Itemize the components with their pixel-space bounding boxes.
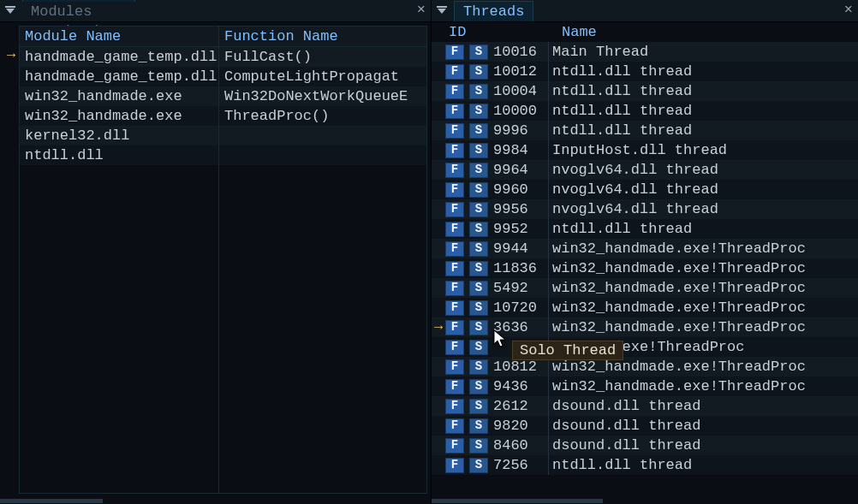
freeze-thread-button[interactable]: F	[445, 222, 464, 237]
stack-row-module[interactable]: handmade_game_temp.dll	[20, 67, 218, 86]
column-divider	[548, 278, 549, 298]
thread-row[interactable]: FSandmade.exe!ThreadProc	[432, 337, 858, 357]
solo-thread-button[interactable]: S	[469, 458, 488, 473]
thread-row[interactable]: FS9820dsound.dll thread	[432, 416, 858, 436]
freeze-thread-button[interactable]: F	[445, 104, 464, 119]
stack-row-function[interactable]: ThreadProc()	[219, 106, 426, 126]
solo-thread-button[interactable]: S	[469, 359, 488, 375]
name-column-header[interactable]: Name	[562, 24, 858, 40]
stack-row-function[interactable]	[219, 126, 426, 145]
solo-thread-button[interactable]: S	[469, 438, 488, 454]
solo-thread-button[interactable]: S	[469, 222, 488, 237]
stack-row-module[interactable]: win32_handmade.exe	[20, 106, 218, 126]
freeze-thread-button[interactable]: F	[445, 163, 464, 178]
current-frame-arrow-icon	[3, 144, 19, 163]
panel-menu-icon[interactable]	[2, 6, 19, 16]
thread-row[interactable]: FS11836win32_handmade.exe!ThreadProc	[432, 258, 858, 278]
horizontal-scrollbar[interactable]	[0, 497, 431, 504]
svg-rect-0	[5, 6, 15, 8]
solo-thread-button[interactable]: S	[469, 104, 488, 119]
stack-row-module[interactable]: ntdll.dll	[20, 145, 218, 165]
solo-thread-button[interactable]: S	[469, 399, 488, 414]
freeze-thread-button[interactable]: F	[445, 281, 464, 296]
stack-row-module[interactable]: win32_handmade.exe	[20, 86, 218, 106]
solo-thread-button[interactable]: S	[469, 84, 488, 99]
tab-modules[interactable]: Modules	[22, 2, 135, 21]
thread-row[interactable]: →FS3636win32_handmade.exe!ThreadProc	[432, 317, 858, 337]
freeze-thread-button[interactable]: F	[445, 182, 464, 198]
stack-row-module[interactable]: handmade_game_temp.dll	[20, 47, 218, 67]
thread-row[interactable]: FS9956nvoglv64.dll thread	[432, 199, 858, 219]
thread-name: dsound.dll thread	[552, 396, 858, 416]
thread-row[interactable]: FS9964nvoglv64.dll thread	[432, 160, 858, 180]
freeze-thread-button[interactable]: F	[445, 399, 464, 414]
freeze-thread-button[interactable]: F	[445, 340, 464, 355]
freeze-thread-button[interactable]: F	[445, 438, 464, 454]
solo-thread-button[interactable]: S	[469, 44, 488, 60]
stack-row-function[interactable]: ComputeLightPropagat	[219, 67, 426, 86]
thread-row[interactable]: FS2612dsound.dll thread	[432, 396, 858, 416]
solo-thread-button[interactable]: S	[469, 418, 488, 434]
stack-row-function[interactable]: Win32DoNextWorkQueueE	[219, 86, 426, 106]
thread-row[interactable]: FS9996ntdll.dll thread	[432, 121, 858, 140]
solo-thread-button[interactable]: S	[469, 123, 488, 139]
freeze-thread-button[interactable]: F	[445, 300, 464, 316]
thread-row[interactable]: FS5492win32_handmade.exe!ThreadProc	[432, 278, 858, 298]
solo-thread-button[interactable]: S	[469, 261, 488, 276]
thread-row[interactable]: FS9944win32_handmade.exe!ThreadProc	[432, 239, 858, 258]
module-column-header[interactable]: Module Name	[20, 27, 218, 47]
solo-thread-button[interactable]: S	[469, 241, 488, 257]
freeze-thread-button[interactable]: F	[445, 123, 464, 139]
close-icon[interactable]: ×	[844, 2, 853, 18]
thread-row[interactable]: FS10720win32_handmade.exe!ThreadProc	[432, 298, 858, 317]
solo-thread-button[interactable]: S	[469, 379, 488, 394]
solo-thread-button[interactable]: S	[469, 202, 488, 217]
close-icon[interactable]: ×	[417, 2, 426, 18]
thread-id: 8460	[493, 436, 548, 455]
freeze-thread-button[interactable]: F	[445, 261, 464, 276]
freeze-thread-button[interactable]: F	[445, 64, 464, 80]
freeze-thread-button[interactable]: F	[445, 143, 464, 158]
solo-thread-button[interactable]: S	[469, 300, 488, 316]
thread-row[interactable]: FS9960nvoglv64.dll thread	[432, 180, 858, 199]
thread-row[interactable]: FS10012ntdll.dll thread	[432, 62, 858, 81]
solo-thread-button[interactable]: S	[469, 320, 488, 335]
solo-thread-button[interactable]: S	[469, 281, 488, 296]
thread-row[interactable]: FS9436win32_handmade.exe!ThreadProc	[432, 377, 858, 396]
freeze-thread-button[interactable]: F	[445, 458, 464, 473]
column-divider	[548, 219, 549, 239]
thread-row[interactable]: FS8460dsound.dll thread	[432, 436, 858, 455]
solo-thread-button[interactable]: S	[469, 182, 488, 198]
freeze-thread-button[interactable]: F	[445, 84, 464, 99]
freeze-thread-button[interactable]: F	[445, 379, 464, 394]
current-thread-arrow-icon: →	[432, 317, 445, 337]
thread-row[interactable]: FS7256ntdll.dll thread	[432, 455, 858, 475]
stack-row-function[interactable]	[219, 145, 426, 165]
thread-row[interactable]: FS10812win32_handmade.exe!ThreadProc	[432, 357, 858, 377]
horizontal-scrollbar[interactable]	[432, 497, 858, 504]
function-column-header[interactable]: Function Name	[219, 27, 426, 47]
thread-row[interactable]: FS9952ntdll.dll thread	[432, 219, 858, 239]
panel-menu-icon[interactable]	[433, 6, 450, 16]
id-column-header[interactable]: ID	[445, 24, 562, 40]
freeze-thread-button[interactable]: F	[445, 241, 464, 257]
freeze-thread-button[interactable]: F	[445, 320, 464, 335]
solo-thread-button[interactable]: S	[469, 163, 488, 178]
solo-thread-button[interactable]: S	[469, 64, 488, 80]
stack-row-module[interactable]: kernel32.dll	[20, 126, 218, 145]
thread-name: andmade.exe!ThreadProc	[552, 337, 858, 357]
thread-row[interactable]: FS10004ntdll.dll thread	[432, 81, 858, 101]
freeze-thread-button[interactable]: F	[445, 418, 464, 434]
solo-thread-button[interactable]: S	[469, 143, 488, 158]
freeze-thread-button[interactable]: F	[445, 44, 464, 60]
thread-row[interactable]: FS10000ntdll.dll thread	[432, 101, 858, 121]
freeze-thread-button[interactable]: F	[445, 202, 464, 217]
thread-row[interactable]: FS9984InputHost.dll thread	[432, 140, 858, 160]
freeze-thread-button[interactable]: F	[445, 359, 464, 375]
tab-threads[interactable]: Threads	[454, 1, 533, 21]
thread-id: 9952	[493, 219, 548, 239]
thread-row[interactable]: FS10016Main Thread	[432, 42, 858, 62]
stack-row-function[interactable]: FullCast()	[219, 47, 426, 67]
column-divider	[548, 455, 549, 475]
solo-thread-button[interactable]: S	[469, 340, 488, 355]
